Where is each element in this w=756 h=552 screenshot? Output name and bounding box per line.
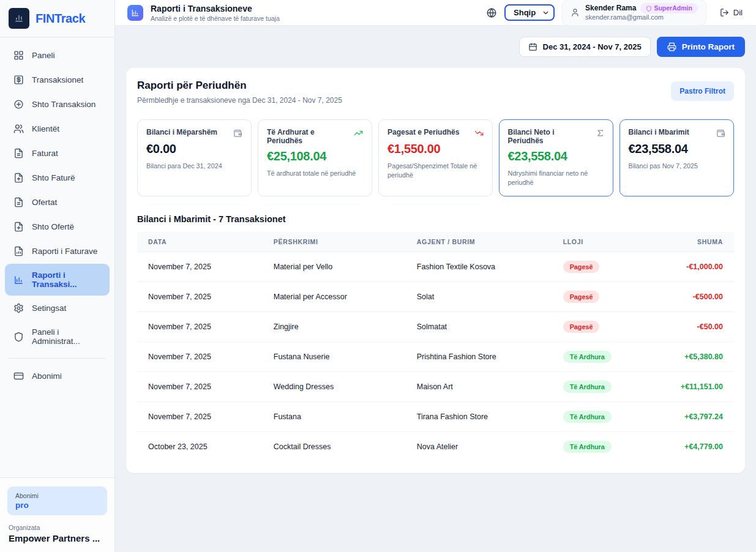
table-row[interactable]: November 7, 2025 Material per Vello Fash… [137, 252, 734, 282]
sidebar-item-label: Shto Ofertë [32, 222, 74, 231]
sigma-icon [596, 129, 605, 138]
cell-agent: Maison Art [406, 372, 552, 402]
summary-card-caption: Të ardhurat totale në periudhë [267, 169, 363, 178]
summary-card-label: Bilanci Neto i Periudhës [508, 128, 592, 145]
user-card[interactable]: Skender Rama SuperAdmin skender.rama@gma… [562, 0, 706, 26]
sidebar-item-label: Shto Faturë [32, 173, 75, 182]
role-badge: SuperAdmin [640, 3, 697, 13]
cell-description: Wedding Dresses [263, 372, 406, 402]
sidebar-divider [9, 358, 106, 359]
cell-type: Pagesë [552, 282, 651, 312]
sidebar-item-raporti-faturave[interactable]: Raporti i Faturave [5, 239, 110, 263]
print-report-button[interactable]: Printo Raport [657, 37, 745, 57]
users-icon [13, 124, 24, 134]
report-card: Raporti për Periudhën Përmbledhje e tran… [126, 68, 745, 473]
shield-mini-icon [646, 6, 652, 12]
plus-circle-icon [13, 99, 24, 110]
cell-type: Të Ardhura [552, 402, 651, 432]
cell-date: November 7, 2025 [137, 312, 263, 342]
sidebar-item-label: Ofertat [32, 198, 57, 207]
sidebar-item-label: Paneli i Administrat... [32, 327, 101, 346]
table-row[interactable]: November 7, 2025 Fustana Nuserie Prishti… [137, 342, 734, 372]
type-badge: Të Ardhura [563, 411, 612, 423]
sidebar-item-shto-fature[interactable]: Shto Faturë [5, 166, 110, 190]
sidebar-item-paneli-administratorit[interactable]: Paneli i Administrat... [5, 321, 110, 352]
type-badge: Pagesë [563, 261, 600, 273]
summary-card-label: Bilanci i Mëparshëm [146, 128, 217, 136]
calendar-icon [528, 42, 537, 51]
user-name: Skender Rama [585, 4, 636, 13]
date-range-button[interactable]: Dec 31, 2024 - Nov 7, 2025 [519, 37, 651, 57]
sidebar-item-paneli[interactable]: Paneli [5, 43, 110, 67]
subscription-card[interactable]: Abonimi pro [7, 487, 107, 515]
transactions-table: Data Përshkrimi Agjent / Burim Lloji Shu… [137, 232, 734, 461]
column-header-pershkrimi: Përshkrimi [263, 232, 406, 252]
role-badge-label: SuperAdmin [654, 4, 692, 12]
type-badge: Të Ardhura [563, 441, 612, 453]
print-report-label: Printo Raport [682, 42, 735, 51]
organization-label: Organizata [9, 524, 106, 531]
credit-card-icon [13, 371, 24, 381]
table-row[interactable]: November 7, 2025 Material per Accessor S… [137, 282, 734, 312]
sidebar-item-label: Klientët [32, 124, 59, 133]
report-header: Raporti për Periudhën Përmbledhje e tran… [137, 80, 734, 105]
cell-type: Të Ardhura [552, 372, 651, 402]
user-info: Skender Rama SuperAdmin skender.rama@gma… [585, 3, 698, 22]
transactions-table-title: Bilanci i Mbarimit - 7 Transaksionet [137, 214, 734, 224]
sidebar-item-ofertat[interactable]: Ofertat [5, 190, 110, 214]
sidebar-item-abonimi[interactable]: Abonimi [5, 364, 110, 388]
summary-card-value: €1,550.00 [387, 142, 484, 156]
summary-card-ending-balance: Bilanci i Mbarimit €23,558.04 Bilanci pa… [619, 119, 734, 196]
sidebar-footer: Abonimi pro Organizata Empower Partners … [0, 477, 114, 552]
organization-name: Empower Partners ... [9, 533, 106, 543]
language-select[interactable]: Shqip [504, 4, 555, 21]
cell-amount: +€4,779.00 [651, 432, 735, 462]
cell-date: November 7, 2025 [137, 402, 263, 432]
date-range-label: Dec 31, 2024 - Nov 7, 2025 [543, 42, 642, 51]
fintrack-logo-icon [9, 8, 29, 29]
cell-date: November 7, 2025 [137, 282, 263, 312]
grid-icon [13, 50, 24, 61]
report-subtitle: Përmbledhje e transaksioneve nga Dec 31,… [137, 96, 342, 105]
summary-cards: Bilanci i Mëparshëm €0.00 Bilanci para D… [137, 119, 734, 196]
cell-agent: Fashion Textile Kosova [406, 252, 552, 282]
summary-card-caption: Bilanci para Dec 31, 2024 [146, 162, 242, 171]
clear-filters-button[interactable]: Pastro Filtrot [671, 81, 734, 101]
report-title: Raporti për Periudhën [137, 80, 342, 92]
column-header-agjent: Agjent / Burim [406, 232, 552, 252]
sidebar-item-shto-oferte[interactable]: Shto Ofertë [5, 215, 110, 239]
shield-icon [13, 332, 24, 342]
trending-down-icon [474, 129, 484, 138]
wallet-icon [233, 129, 242, 138]
table-row[interactable]: November 7, 2025 Wedding Dresses Maison … [137, 372, 734, 402]
summary-card-net-balance: Bilanci Neto i Periudhës €23,558.04 Ndry… [499, 119, 613, 196]
cell-description: Zingjire [263, 312, 406, 342]
sidebar-item-raporti-transaksioneve[interactable]: Raporti i Transaksi... [5, 264, 110, 296]
main-area: Raporti i Transaksioneve Analizë e plotë… [115, 0, 756, 552]
table-row[interactable]: November 7, 2025 Fustana Tirana Fashion … [137, 402, 734, 432]
page-heading: Raporti i Transaksioneve Analizë e plotë… [151, 4, 280, 22]
cell-date: November 7, 2025 [137, 372, 263, 402]
logout-button[interactable]: Dil [720, 8, 743, 17]
sidebar: FINTrack Paneli Transaksionet Shto Trans… [0, 0, 115, 552]
cell-type: Të Ardhura [552, 342, 651, 372]
sidebar-item-klientet[interactable]: Klientët [5, 117, 110, 141]
cell-description: Cocktail Dresses [263, 432, 406, 462]
cell-type: Pagesë [552, 312, 651, 342]
sidebar-item-setingsat[interactable]: Setingsat [5, 296, 110, 320]
file-chart-icon [13, 246, 24, 256]
summary-card-caption: Pagesat/Shpenzimet Totale në periudhë [387, 162, 484, 180]
column-header-lloji: Lloji [552, 232, 651, 252]
sidebar-item-label: Paneli [32, 51, 55, 60]
sidebar-item-transaksionet[interactable]: Transaksionet [5, 68, 110, 92]
table-row[interactable]: November 7, 2025 Zingjire Solmatat Pages… [137, 312, 734, 342]
cell-amount: +€5,380.80 [651, 342, 735, 372]
table-row[interactable]: October 23, 2025 Cocktail Dresses Nova A… [137, 432, 734, 462]
wallet-icon [716, 129, 725, 138]
cell-agent: Prishtina Fashion Store [406, 342, 552, 372]
cell-description: Material per Vello [263, 252, 406, 282]
cell-amount: +€3,797.24 [651, 402, 735, 432]
sidebar-item-faturat[interactable]: Faturat [5, 141, 110, 165]
sidebar-item-shto-transaksion[interactable]: Shto Transaksion [5, 92, 110, 116]
cell-amount: +€11,151.00 [651, 372, 735, 402]
